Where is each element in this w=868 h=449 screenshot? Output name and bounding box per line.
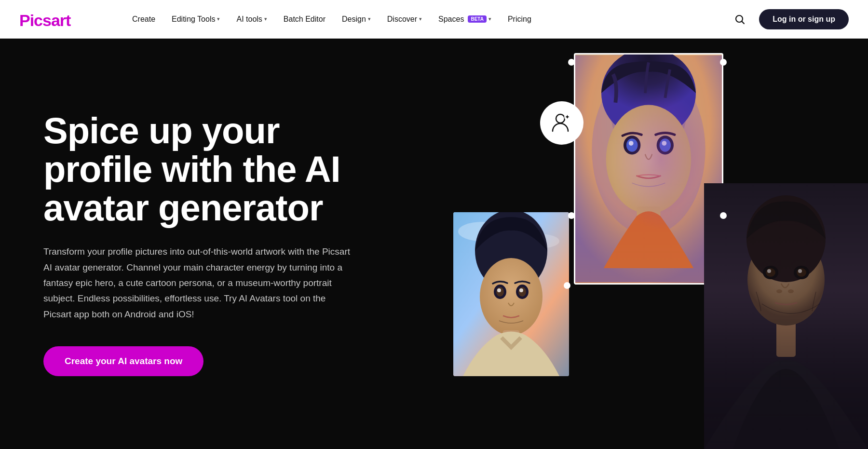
nav-links: Create Editing Tools ▾ AI tools ▾ Batch … bbox=[125, 11, 730, 27]
bottom-left-anime-portrait bbox=[453, 212, 569, 376]
svg-point-28 bbox=[519, 288, 523, 292]
picsart-logo[interactable]: Picsart bbox=[19, 9, 96, 30]
hero-section: Spice up your profile with the AI avatar… bbox=[0, 39, 868, 449]
hero-images: ✦ bbox=[405, 39, 868, 449]
navbar: Picsart Create Editing Tools ▾ AI tools … bbox=[0, 0, 868, 39]
svg-rect-31 bbox=[776, 318, 796, 357]
editing-tools-chevron: ▾ bbox=[217, 16, 220, 22]
nav-create[interactable]: Create bbox=[125, 11, 162, 27]
svg-point-15 bbox=[629, 141, 634, 146]
nav-ai-tools[interactable]: AI tools ▾ bbox=[230, 11, 273, 27]
svg-rect-42 bbox=[704, 183, 868, 449]
selection-dot-tr bbox=[720, 59, 727, 66]
svg-line-2 bbox=[742, 21, 744, 23]
svg-text:Picsart: Picsart bbox=[19, 11, 71, 29]
avatar-icon: ✦ bbox=[550, 111, 574, 135]
avatar-icon-circle: ✦ bbox=[540, 101, 583, 145]
selection-dot-tl bbox=[568, 59, 575, 66]
nav-design[interactable]: Design ▾ bbox=[335, 11, 378, 27]
nav-batch-editor[interactable]: Batch Editor bbox=[277, 11, 332, 27]
hero-content: Spice up your profile with the AI avatar… bbox=[0, 73, 395, 415]
nav-pricing[interactable]: Pricing bbox=[501, 11, 538, 27]
selection-dot-ml bbox=[568, 212, 575, 219]
selection-dot-mr bbox=[720, 212, 727, 219]
cta-button[interactable]: Create your AI avatars now bbox=[43, 346, 203, 376]
spaces-chevron: ▾ bbox=[488, 16, 491, 22]
hero-title: Spice up your profile with the AI avatar… bbox=[43, 111, 352, 227]
login-button[interactable]: Log in or sign up bbox=[759, 9, 849, 29]
svg-rect-17 bbox=[637, 206, 660, 244]
svg-point-22 bbox=[480, 258, 542, 335]
search-button[interactable] bbox=[730, 10, 749, 29]
nav-discover[interactable]: Discover ▾ bbox=[380, 11, 429, 27]
main-anime-portrait bbox=[574, 53, 723, 285]
hero-description: Transform your profile pictures into out… bbox=[43, 244, 352, 322]
nav-editing-tools[interactable]: Editing Tools ▾ bbox=[165, 11, 227, 27]
nav-right: Log in or sign up bbox=[730, 9, 849, 29]
svg-point-27 bbox=[497, 288, 501, 292]
beta-badge: BETA bbox=[468, 15, 486, 23]
svg-point-3 bbox=[556, 114, 565, 123]
discover-chevron: ▾ bbox=[419, 16, 422, 22]
ai-tools-chevron: ▾ bbox=[264, 16, 267, 22]
nav-spaces[interactable]: Spaces BETA ▾ bbox=[432, 11, 498, 27]
svg-point-16 bbox=[662, 141, 666, 146]
svg-text:✦: ✦ bbox=[565, 113, 570, 121]
search-icon bbox=[734, 14, 746, 25]
selection-dot-connector bbox=[564, 282, 570, 289]
real-person-photo bbox=[704, 183, 868, 449]
design-chevron: ▾ bbox=[368, 16, 371, 22]
